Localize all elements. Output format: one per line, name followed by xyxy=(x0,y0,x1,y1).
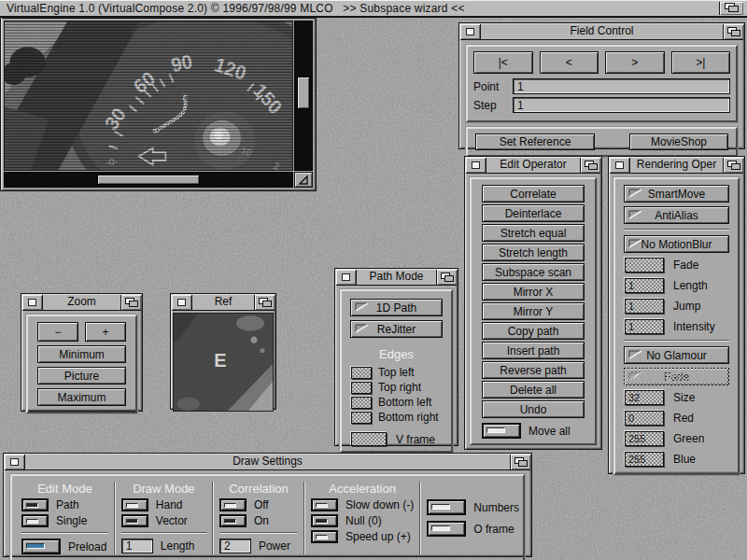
length-value-box[interactable]: 1 xyxy=(625,278,664,293)
glamour-cycle[interactable]: No Glamour xyxy=(624,346,729,364)
insert-path-button[interactable]: Insert path xyxy=(482,342,585,359)
rejitter-cycle[interactable]: ReJitter xyxy=(350,320,443,338)
correlation-on-toggle[interactable] xyxy=(219,514,247,527)
reverse-path-button[interactable]: Reverse path xyxy=(482,361,585,379)
close-icon xyxy=(177,299,186,306)
mirror-x-button[interactable]: Mirror X xyxy=(482,283,585,301)
edit-operator-close-gadget[interactable] xyxy=(466,158,486,173)
path-mode-titlebar[interactable]: Path Mode xyxy=(336,270,457,286)
zoom-minimum-button[interactable]: Minimum xyxy=(37,345,126,363)
rendering-oper-close-gadget[interactable] xyxy=(610,158,630,173)
zoom-titlebar[interactable]: Zoom xyxy=(22,295,141,311)
zoom-depth-gadget[interactable] xyxy=(120,295,141,310)
point-input[interactable]: 1 xyxy=(513,78,730,94)
draw-mode-hand-toggle[interactable] xyxy=(121,498,148,511)
viewer-resize-gadget[interactable] xyxy=(294,172,313,188)
step-label: Step xyxy=(473,99,513,112)
first-field-button[interactable]: |< xyxy=(473,51,533,74)
edit-operator-depth-gadget[interactable] xyxy=(580,158,600,173)
movieshop-button[interactable]: MovieShop xyxy=(629,133,728,150)
speed-up-toggle[interactable] xyxy=(311,530,338,543)
ref-depth-gadget[interactable] xyxy=(254,295,275,310)
1d-path-cycle[interactable]: 1D Path xyxy=(350,299,443,316)
fade-value-box[interactable] xyxy=(625,258,664,273)
jump-value-box[interactable]: 1 xyxy=(625,299,664,314)
cycle-flag-icon xyxy=(628,189,642,198)
v-frame-box[interactable] xyxy=(351,432,387,446)
length-input[interactable]: 1 xyxy=(121,539,153,553)
delete-all-button[interactable]: Delete all xyxy=(482,381,585,399)
motionblur-cycle[interactable]: No MotionBlur xyxy=(624,235,729,253)
move-all-toggle[interactable] xyxy=(482,423,521,439)
next-field-button[interactable]: > xyxy=(605,51,665,74)
deinterlace-button[interactable]: Deinterlace xyxy=(482,204,585,222)
subspace-scan-button[interactable]: Subspace scan xyxy=(482,263,585,281)
size-value-box[interactable]: 32 xyxy=(625,390,664,405)
viewer-vertical-scrollbar[interactable] xyxy=(294,21,313,171)
step-input[interactable]: 1 xyxy=(513,97,730,113)
intensity-value-box[interactable]: 1 xyxy=(625,319,664,334)
draw-settings-close-gadget[interactable] xyxy=(5,455,25,469)
draw-settings-depth-gadget[interactable] xyxy=(510,455,530,469)
zoom-close-gadget[interactable] xyxy=(22,295,43,310)
ref-titlebar[interactable]: Ref xyxy=(172,295,275,311)
zoom-picture-button[interactable]: Picture xyxy=(37,367,126,385)
blue-value-box[interactable]: 255 xyxy=(625,452,664,467)
field-nav-group: |< < > >| Point 1 Step 1 xyxy=(466,45,738,122)
previous-field-button[interactable]: < xyxy=(540,51,599,74)
o-frame-toggle[interactable] xyxy=(427,521,466,537)
field-control-depth-gadget[interactable] xyxy=(723,24,743,39)
mirror-y-button[interactable]: Mirror Y xyxy=(482,302,585,320)
edge-bottom-left-label: Bottom left xyxy=(378,396,431,409)
viewer-horizontal-scrollbar[interactable] xyxy=(4,172,293,188)
red-value-box[interactable]: 0 xyxy=(625,411,664,426)
edge-bottom-left-box[interactable] xyxy=(351,397,372,409)
edge-top-left-box[interactable] xyxy=(351,367,372,379)
stretch-equal-button[interactable]: Stretch equal xyxy=(482,224,585,242)
last-field-button[interactable]: >| xyxy=(671,51,731,74)
path-mode-depth-gadget[interactable] xyxy=(436,270,457,285)
numbers-toggle[interactable] xyxy=(427,499,466,515)
correlation-off-toggle[interactable] xyxy=(219,498,247,511)
slow-down-toggle[interactable] xyxy=(311,498,338,511)
edit-mode-single-toggle[interactable] xyxy=(21,514,49,527)
rendering-oper-titlebar[interactable]: Rendering Oper xyxy=(610,158,743,174)
ref-close-gadget[interactable] xyxy=(172,295,192,310)
edge-top-right-box[interactable] xyxy=(351,382,372,394)
motionblur-label: No MotionBlur xyxy=(641,238,712,251)
length-label: Length xyxy=(673,279,708,292)
rendering-oper-depth-gadget[interactable] xyxy=(723,158,743,173)
preload-label: Preload xyxy=(68,540,106,553)
draw-mode-vector-toggle[interactable] xyxy=(121,514,148,527)
correlate-button[interactable]: Correlate xyxy=(482,185,585,203)
fade-button-disabled: Fade xyxy=(624,368,729,385)
path-mode-close-gadget[interactable] xyxy=(336,270,357,285)
stretch-length-button[interactable]: Stretch length xyxy=(482,244,585,261)
vertical-scroll-thumb[interactable] xyxy=(297,77,310,109)
green-value-box[interactable]: 255 xyxy=(625,431,664,446)
copy-path-button[interactable]: Copy path xyxy=(482,322,585,340)
power-input[interactable]: 2 xyxy=(219,539,251,553)
set-reference-button[interactable]: Set Reference xyxy=(475,133,595,150)
smartmove-cycle[interactable]: SmartMove xyxy=(624,185,729,203)
edit-operator-titlebar[interactable]: Edit Operator xyxy=(466,158,600,174)
field-control-close-gadget[interactable] xyxy=(460,24,481,39)
edge-bottom-right-box[interactable] xyxy=(351,412,372,424)
antialias-cycle[interactable]: AntiAlias xyxy=(624,206,729,224)
screen-depth-gadget[interactable] xyxy=(719,2,743,15)
viewer-canvas[interactable]: 30 60 90 120 150 10 -0- 2 xyxy=(4,21,293,171)
preload-toggle[interactable] xyxy=(21,539,61,554)
depth-icon xyxy=(727,161,740,170)
reference-thumbnail[interactable]: E xyxy=(173,313,274,412)
zoom-out-button[interactable]: − xyxy=(37,322,78,342)
horizontal-scroll-thumb[interactable] xyxy=(97,175,201,185)
edit-mode-label: Edit Mode xyxy=(21,482,108,496)
field-control-titlebar[interactable]: Field Control xyxy=(460,24,743,40)
draw-settings-titlebar[interactable]: Draw Settings xyxy=(5,455,530,470)
zoom-in-button[interactable]: + xyxy=(85,322,126,342)
undo-button[interactable]: Undo xyxy=(482,400,585,418)
null-toggle[interactable] xyxy=(311,514,338,527)
toggle-slot xyxy=(126,519,138,524)
zoom-maximum-button[interactable]: Maximum xyxy=(37,388,126,406)
edit-mode-path-toggle[interactable] xyxy=(21,498,49,511)
